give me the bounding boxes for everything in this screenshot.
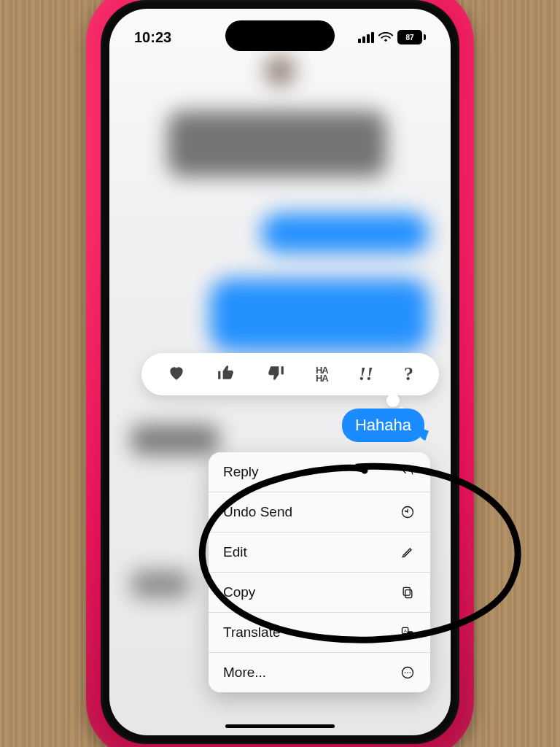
reply-arrow-icon [400,464,416,480]
undo-icon [400,504,416,520]
tapback-question[interactable]: ? [404,365,413,384]
tapback-thumbs-down[interactable] [266,363,285,385]
menu-item-reply[interactable]: Reply [209,452,430,492]
battery-percent: 87 [397,30,422,44]
phone-case: 10:23 87 [86,0,474,747]
svg-text:A: A [404,629,407,633]
heart-icon [167,363,186,382]
tapback-thumbs-up[interactable] [217,363,236,385]
cellular-signal-icon [358,32,374,43]
menu-item-edit[interactable]: Edit [209,532,430,572]
tapback-haha[interactable]: HAHA [316,366,328,382]
menu-label: Reply [223,464,259,480]
thumbs-down-icon [266,363,285,382]
svg-text:文: 文 [409,632,413,637]
home-indicator[interactable] [225,724,335,728]
phone-frame: 10:23 87 [101,0,459,744]
menu-label: Copy [223,584,255,600]
more-icon [400,665,416,681]
wifi-icon [378,32,393,42]
thumbs-up-icon [217,363,236,382]
battery-indicator: 87 [397,30,426,44]
message-context-menu: Reply Undo Send Edit [209,452,430,692]
phone-screen: 10:23 87 [109,9,451,735]
pencil-icon [400,544,416,560]
menu-label: Edit [223,544,247,560]
selected-message-text: Hahaha [355,416,411,434]
menu-item-copy[interactable]: Copy [209,572,430,612]
copy-icon [400,584,416,600]
dynamic-island [225,20,335,51]
menu-item-translate[interactable]: Translate A文 [209,612,430,652]
status-time: 10:23 [134,29,171,46]
translate-icon: A文 [400,624,416,640]
table-surface: 10:23 87 [0,0,560,747]
svg-rect-3 [403,587,410,595]
tapback-exclaim[interactable]: !! [359,365,373,384]
tapback-bar[interactable]: HAHA !! ? [141,353,439,395]
tapback-tail [386,394,400,407]
tapback-heart[interactable] [167,363,186,385]
svg-point-11 [410,672,411,673]
menu-item-undo-send[interactable]: Undo Send [209,492,430,532]
menu-item-more[interactable]: More... [209,652,430,692]
haha-icon: HAHA [316,365,328,384]
svg-rect-2 [405,590,412,598]
selected-message-bubble[interactable]: Hahaha [342,409,424,442]
svg-point-9 [405,672,406,673]
menu-label: More... [223,665,266,681]
svg-point-0 [384,39,386,42]
menu-label: Translate [223,624,281,640]
menu-label: Undo Send [223,504,292,520]
svg-point-10 [407,672,408,673]
